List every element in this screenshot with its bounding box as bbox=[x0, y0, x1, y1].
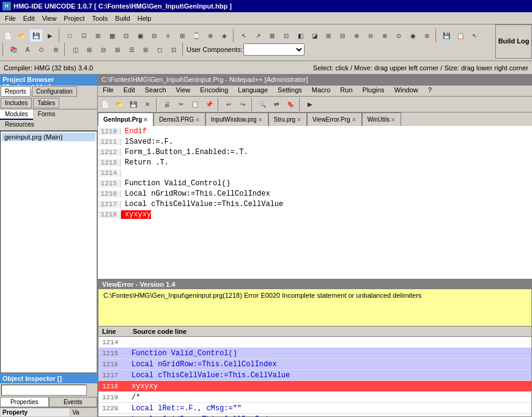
tb-btn32[interactable]: 📋 bbox=[454, 29, 467, 42]
menu-help[interactable]: Help bbox=[134, 13, 155, 23]
tb-save2[interactable]: 💾 bbox=[440, 29, 453, 42]
tb-btn26[interactable]: ⊖ bbox=[364, 29, 377, 42]
tab-close[interactable]: ✕ bbox=[195, 117, 200, 123]
em-encoding[interactable]: Encoding bbox=[195, 86, 233, 96]
et-cut[interactable]: ✂ bbox=[174, 98, 188, 111]
tb-btn7[interactable]: ⊞ bbox=[91, 29, 105, 42]
et-replace[interactable]: ⇄ bbox=[270, 98, 283, 111]
et-bookmark[interactable]: 🔖 bbox=[284, 98, 297, 111]
tb-btn42[interactable]: ☰ bbox=[125, 43, 138, 56]
tb-cursor[interactable]: ↖ bbox=[468, 29, 481, 42]
pb-subtab-forms[interactable]: Forms bbox=[33, 109, 60, 120]
em-macro[interactable]: Macro bbox=[307, 86, 336, 96]
user-components-select[interactable] bbox=[243, 43, 305, 56]
tb-btn19[interactable]: ⊠ bbox=[265, 29, 279, 42]
menu-build[interactable]: Build bbox=[111, 13, 133, 23]
et-undo[interactable]: ↩ bbox=[222, 98, 235, 111]
tab-close[interactable]: ✕ bbox=[352, 117, 357, 123]
em-language[interactable]: Language bbox=[233, 86, 273, 96]
tab-stru[interactable]: Stru.prg ✕ bbox=[268, 113, 308, 126]
tb-btn5[interactable]: □ bbox=[63, 29, 76, 42]
tab-close[interactable]: ✕ bbox=[258, 117, 263, 123]
tb-btn39[interactable]: ⊞ bbox=[83, 43, 96, 56]
menu-view[interactable]: View bbox=[39, 13, 61, 23]
tb-btn6[interactable]: ☑ bbox=[77, 29, 91, 42]
et-print[interactable]: 🖨 bbox=[160, 98, 174, 111]
tb-btn20[interactable]: ⊡ bbox=[279, 29, 293, 42]
tb-btn24[interactable]: ⊟ bbox=[336, 29, 349, 42]
menu-tools[interactable]: Tools bbox=[89, 13, 112, 23]
pb-tab-reports[interactable]: Reports bbox=[1, 86, 31, 97]
tab-winutils[interactable]: WinUtils ✕ bbox=[362, 113, 402, 126]
tb-btn18[interactable]: ↗ bbox=[251, 29, 265, 42]
tb-btn27[interactable]: ⊗ bbox=[378, 29, 391, 42]
tb-btn16[interactable]: ◈ bbox=[218, 29, 231, 42]
tb-btn38[interactable]: ◫ bbox=[68, 43, 82, 56]
et-save[interactable]: 💾 bbox=[127, 98, 140, 111]
object-inspector-input[interactable] bbox=[1, 385, 87, 396]
tb-btn9[interactable]: ⊡ bbox=[119, 29, 133, 42]
em-q[interactable]: ? bbox=[423, 86, 437, 96]
oi-tab-events[interactable]: Events bbox=[49, 397, 98, 407]
em-search[interactable]: Search bbox=[140, 86, 171, 96]
tb-btn12[interactable]: ≡ bbox=[161, 29, 175, 42]
em-file[interactable]: File bbox=[98, 86, 119, 96]
build-log-button[interactable]: Build Log bbox=[495, 24, 532, 59]
tb-font[interactable]: A bbox=[21, 43, 34, 56]
et-open[interactable]: 📂 bbox=[113, 98, 126, 111]
tab-demo3[interactable]: Demo3.PRG ✕ bbox=[153, 113, 205, 126]
pb-subtab-resources[interactable]: Resources bbox=[0, 120, 39, 130]
tab-geninput[interactable]: GenInput.Prg ✕ bbox=[98, 113, 153, 126]
tb-run[interactable]: ▶ bbox=[43, 29, 57, 42]
et-copy[interactable]: 📋 bbox=[188, 98, 202, 111]
tab-viewerror[interactable]: ViewError.Prg ✕ bbox=[307, 113, 362, 126]
tb-btn25[interactable]: ⊕ bbox=[350, 29, 363, 42]
et-search[interactable]: 🔍 bbox=[256, 98, 269, 111]
tb-clock[interactable]: ⏲ bbox=[35, 43, 48, 56]
tb-btn21[interactable]: ◧ bbox=[294, 29, 307, 42]
tb-btn22[interactable]: ◪ bbox=[308, 29, 321, 42]
pb-tab-tables[interactable]: Tables bbox=[33, 98, 59, 108]
tb-btn23[interactable]: ⊞ bbox=[322, 29, 335, 42]
em-settings[interactable]: Settings bbox=[273, 86, 307, 96]
tb-btn43[interactable]: ⊞ bbox=[139, 43, 152, 56]
file-item[interactable]: geninput.prg (Main) bbox=[2, 133, 95, 141]
tb-btn14[interactable]: ⌚ bbox=[190, 29, 203, 42]
pb-subtab-modules[interactable]: Modules bbox=[0, 109, 33, 120]
tb-gear[interactable]: ⚙ bbox=[49, 43, 62, 56]
et-run[interactable]: ▶ bbox=[303, 98, 317, 111]
tb-btn8[interactable]: ▦ bbox=[105, 29, 119, 42]
tb-btn28[interactable]: ⊙ bbox=[392, 29, 405, 42]
tb-btn44[interactable]: ◻ bbox=[153, 43, 166, 56]
tb-open[interactable]: 📂 bbox=[15, 29, 29, 42]
tb-btn29[interactable]: ◉ bbox=[406, 29, 419, 42]
tb-btn15[interactable]: ⊗ bbox=[204, 29, 217, 42]
tb-btn13[interactable]: ⊞ bbox=[175, 29, 189, 42]
em-edit[interactable]: Edit bbox=[119, 86, 140, 96]
tb-btn40[interactable]: ⊟ bbox=[97, 43, 110, 56]
et-close[interactable]: ✕ bbox=[141, 98, 154, 111]
tb-save[interactable]: 💾 bbox=[29, 29, 43, 42]
pb-tab-configuration[interactable]: Configuration bbox=[32, 86, 76, 97]
tab-close[interactable]: ✕ bbox=[391, 117, 396, 123]
code-area[interactable]: 1210 Endif 1211 lSaved:=.F. 1212 Form_1.… bbox=[98, 126, 532, 279]
tb-book[interactable]: 📚 bbox=[7, 43, 20, 56]
oi-tab-properties[interactable]: Properties bbox=[0, 397, 49, 407]
tab-close[interactable]: ✕ bbox=[143, 117, 148, 123]
et-new[interactable]: 📄 bbox=[98, 98, 112, 111]
em-window[interactable]: Window bbox=[390, 86, 423, 96]
em-run[interactable]: Run bbox=[335, 86, 357, 96]
et-redo[interactable]: ↪ bbox=[236, 98, 249, 111]
tb-btn41[interactable]: ⊞ bbox=[111, 43, 124, 56]
tb-new[interactable]: 📄 bbox=[1, 29, 15, 42]
pb-tab-includes[interactable]: Includes bbox=[1, 98, 32, 108]
menu-file[interactable]: File bbox=[1, 13, 20, 23]
em-plugins[interactable]: Plugins bbox=[358, 86, 390, 96]
menu-edit[interactable]: Edit bbox=[20, 13, 39, 23]
tab-close[interactable]: ✕ bbox=[297, 117, 301, 123]
tb-btn10[interactable]: ▣ bbox=[133, 29, 147, 42]
tb-btn17[interactable]: ↖ bbox=[237, 29, 251, 42]
em-view[interactable]: View bbox=[171, 86, 196, 96]
tb-btn45[interactable]: ⊡ bbox=[167, 43, 180, 56]
tab-inputwindow[interactable]: InputWindow.prg ✕ bbox=[205, 113, 268, 126]
